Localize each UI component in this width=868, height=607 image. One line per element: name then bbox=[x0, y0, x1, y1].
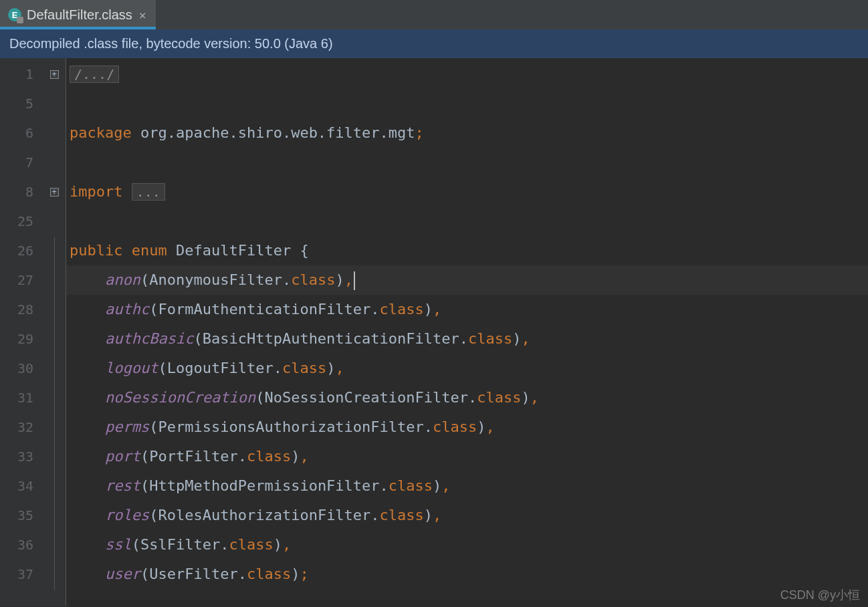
line-gutter: 1567825262728293031323334353637 bbox=[0, 58, 43, 606]
code-line[interactable] bbox=[66, 148, 868, 177]
line-number: 35 bbox=[0, 501, 43, 530]
line-number: 36 bbox=[0, 530, 43, 560]
line-number: 5 bbox=[0, 89, 43, 118]
close-icon[interactable]: × bbox=[138, 8, 148, 22]
code-line[interactable]: package org.apache.shiro.web.filter.mgt; bbox=[66, 118, 868, 148]
code-line[interactable]: perms(PermissionsAuthorizationFilter.cla… bbox=[66, 412, 868, 442]
line-number: 29 bbox=[0, 324, 43, 354]
code-line[interactable]: port(PortFilter.class), bbox=[66, 442, 868, 471]
decompile-banner: Decompiled .class file, bytecode version… bbox=[0, 29, 868, 58]
line-number: 6 bbox=[0, 118, 43, 148]
editor[interactable]: 1567825262728293031323334353637 ++ /.../… bbox=[0, 58, 868, 606]
line-number: 32 bbox=[0, 412, 43, 442]
tab-label: DefaultFilter.class bbox=[27, 7, 132, 23]
fold-column: ++ bbox=[43, 58, 66, 606]
line-number: 8 bbox=[0, 177, 43, 207]
line-number: 31 bbox=[0, 383, 43, 412]
code-line[interactable]: ssl(SslFilter.class), bbox=[66, 530, 868, 560]
line-number: 26 bbox=[0, 236, 43, 265]
line-number: 30 bbox=[0, 354, 43, 383]
code-line[interactable]: logout(LogoutFilter.class), bbox=[66, 354, 868, 383]
code-line[interactable] bbox=[66, 89, 868, 118]
code-line[interactable]: anon(AnonymousFilter.class), bbox=[66, 265, 868, 295]
tab-bar: E DefaultFilter.class × bbox=[0, 0, 868, 29]
code-line[interactable]: roles(RolesAuthorizationFilter.class), bbox=[66, 501, 868, 530]
code-line[interactable] bbox=[66, 207, 868, 236]
code-line[interactable]: noSessionCreation(NoSessionCreationFilte… bbox=[66, 383, 868, 412]
code-line[interactable]: authc(FormAuthenticationFilter.class), bbox=[66, 295, 868, 324]
folded-region[interactable]: ... bbox=[132, 183, 165, 201]
line-number: 1 bbox=[0, 59, 43, 89]
file-tab[interactable]: E DefaultFilter.class × bbox=[0, 0, 156, 29]
code-area[interactable]: /.../package org.apache.shiro.web.filter… bbox=[66, 58, 868, 606]
code-line[interactable]: user(UserFilter.class); bbox=[66, 560, 868, 589]
line-number: 7 bbox=[0, 148, 43, 177]
fold-toggle[interactable]: + bbox=[50, 188, 59, 197]
line-number: 25 bbox=[0, 207, 43, 236]
code-line[interactable]: rest(HttpMethodPermissionFilter.class), bbox=[66, 471, 868, 501]
code-line[interactable]: authcBasic(BasicHttpAuthenticationFilter… bbox=[66, 324, 868, 354]
code-line[interactable]: /.../ bbox=[66, 59, 868, 89]
folded-region[interactable]: /.../ bbox=[70, 66, 119, 83]
line-number: 33 bbox=[0, 442, 43, 471]
line-number: 37 bbox=[0, 560, 43, 589]
line-number: 27 bbox=[0, 265, 43, 295]
banner-text: Decompiled .class file, bytecode version… bbox=[9, 36, 333, 51]
line-number: 34 bbox=[0, 471, 43, 501]
line-number: 28 bbox=[0, 295, 43, 324]
fold-toggle[interactable]: + bbox=[50, 70, 59, 79]
code-line[interactable]: import ... bbox=[66, 177, 868, 207]
enum-icon: E bbox=[8, 8, 21, 21]
code-line[interactable]: public enum DefaultFilter { bbox=[66, 236, 868, 265]
